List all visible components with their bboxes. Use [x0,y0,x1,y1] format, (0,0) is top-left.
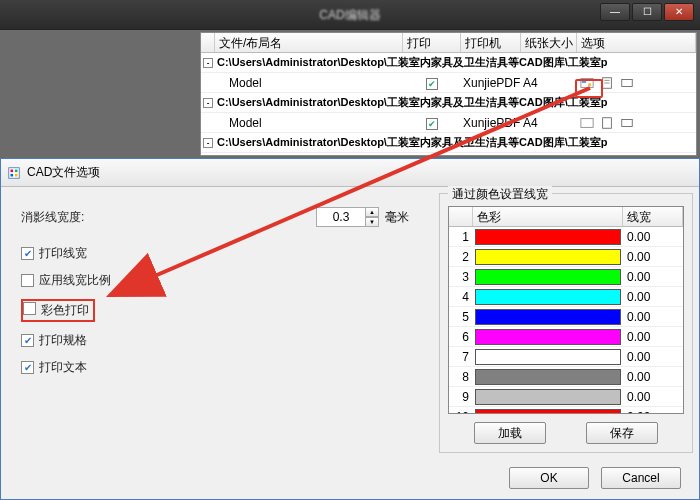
color-index: 6 [449,330,473,344]
unit-label: 毫米 [385,209,409,226]
col-name[interactable]: 文件/布局名 [215,33,403,52]
load-button[interactable]: 加载 [474,422,546,444]
cad-file-options-dialog: CAD文件选项 消影线宽度: 0.3 ▲▼ 毫米 打印线宽 应用线宽比例 彩色打… [0,158,700,500]
print-lineweight-checkbox[interactable] [21,247,34,260]
print-style-checkbox[interactable] [21,334,34,347]
page-setup-icon[interactable] [599,116,615,130]
svg-rect-7 [581,118,593,127]
print-text-label: 打印文本 [39,359,87,376]
color-index: 9 [449,390,473,404]
hide-line-width-input[interactable]: 0.3 [316,207,366,227]
color-index: 8 [449,370,473,384]
color-row[interactable]: 60.00 [449,327,683,347]
color-width: 0.00 [623,290,683,304]
svg-rect-12 [15,169,18,172]
table-row[interactable]: - C:\Users\Administrator\Desktop\工装室内家具及… [201,53,696,73]
tree-toggle-icon[interactable]: - [203,98,213,108]
col-width[interactable]: 线宽 [623,207,683,226]
file-path: C:\Users\Administrator\Desktop\工装室内家具及卫生… [215,135,696,150]
color-swatch[interactable] [475,329,621,345]
hide-line-width-spinner[interactable]: ▲▼ [365,207,379,227]
print-style-label: 打印规格 [39,332,87,349]
color-swatch[interactable] [475,289,621,305]
color-row[interactable]: 90.00 [449,387,683,407]
print-checkbox[interactable]: ✔ [426,118,438,130]
col-printer[interactable]: 打印机 [461,33,521,52]
app-title: CAD编辑器 [0,0,700,30]
color-row[interactable]: 30.00 [449,267,683,287]
color-swatch[interactable] [475,309,621,325]
color-swatch[interactable] [475,389,621,405]
preview-icon[interactable] [619,76,635,90]
color-width: 0.00 [623,370,683,384]
color-row[interactable]: 50.00 [449,307,683,327]
group-title: 通过颜色设置线宽 [448,186,552,203]
dialog-title: CAD文件选项 [27,164,100,181]
hide-line-width-label: 消影线宽度: [21,209,316,226]
print-checkbox[interactable]: ✔ [426,78,438,90]
svg-rect-11 [11,169,14,172]
color-index: 4 [449,290,473,304]
color-row[interactable]: 80.00 [449,367,683,387]
main-titlebar: CAD编辑器 — ☐ ✕ [0,0,700,30]
color-width: 0.00 [623,250,683,264]
options-icon[interactable] [579,76,595,90]
table-row[interactable]: - C:\Users\Administrator\Desktop\工装室内家具及… [201,133,696,153]
color-swatch[interactable] [475,249,621,265]
table-row[interactable]: Model ✔ XunjiePDF A4 [201,113,696,133]
tree-toggle-icon[interactable]: - [203,138,213,148]
maximize-button[interactable]: ☐ [632,3,662,21]
annotation-highlight-box: 彩色打印 [21,299,95,322]
col-paper[interactable]: 纸张大小 [521,33,577,52]
layout-name: Model [215,116,403,130]
close-button[interactable]: ✕ [664,3,694,21]
svg-rect-9 [622,119,633,126]
save-button[interactable]: 保存 [586,422,658,444]
print-text-checkbox[interactable] [21,361,34,374]
minimize-button[interactable]: — [600,3,630,21]
tree-toggle-icon[interactable]: - [203,58,213,68]
color-width: 0.00 [623,330,683,344]
color-width: 0.00 [623,270,683,284]
dialog-titlebar[interactable]: CAD文件选项 [1,159,699,187]
file-path: C:\Users\Administrator\Desktop\工装室内家具及卫生… [215,55,696,70]
svg-rect-10 [9,167,20,178]
color-swatch[interactable] [475,409,621,415]
color-swatch[interactable] [475,349,621,365]
dialog-icon [7,166,21,180]
color-index: 3 [449,270,473,284]
paper-value: A4 [521,116,577,130]
col-color[interactable]: 色彩 [473,207,623,226]
color-print-checkbox[interactable] [23,302,36,315]
page-setup-icon[interactable] [599,76,615,90]
table-row[interactable]: Model ✔ XunjiePDF A4 [201,73,696,93]
color-index: 7 [449,350,473,364]
layout-name: Model [215,76,403,90]
color-swatch[interactable] [475,269,621,285]
color-swatch[interactable] [475,369,621,385]
preview-icon[interactable] [619,116,635,130]
svg-point-2 [588,83,592,87]
color-index: 10 [449,410,473,415]
col-print[interactable]: 打印 [403,33,461,52]
svg-rect-1 [582,79,586,83]
table-row[interactable]: - C:\Users\Administrator\Desktop\工装室内家具及… [201,93,696,113]
apply-lw-scale-checkbox[interactable] [21,274,34,287]
color-row[interactable]: 100.00 [449,407,683,414]
ok-button[interactable]: OK [509,467,589,489]
col-options[interactable]: 选项 [577,33,696,52]
color-width: 0.00 [623,350,683,364]
svg-rect-14 [15,173,18,176]
color-row[interactable]: 20.00 [449,247,683,267]
color-table: 色彩 线宽 10.0020.0030.0040.0050.0060.0070.0… [448,206,684,414]
color-swatch[interactable] [475,229,621,245]
options-icon[interactable] [579,116,595,130]
color-width: 0.00 [623,310,683,324]
apply-lw-scale-label: 应用线宽比例 [39,272,111,289]
color-row[interactable]: 10.00 [449,227,683,247]
svg-rect-8 [603,117,612,128]
cancel-button[interactable]: Cancel [601,467,681,489]
color-row[interactable]: 70.00 [449,347,683,367]
color-row[interactable]: 40.00 [449,287,683,307]
printer-value: XunjiePDF [461,76,521,90]
